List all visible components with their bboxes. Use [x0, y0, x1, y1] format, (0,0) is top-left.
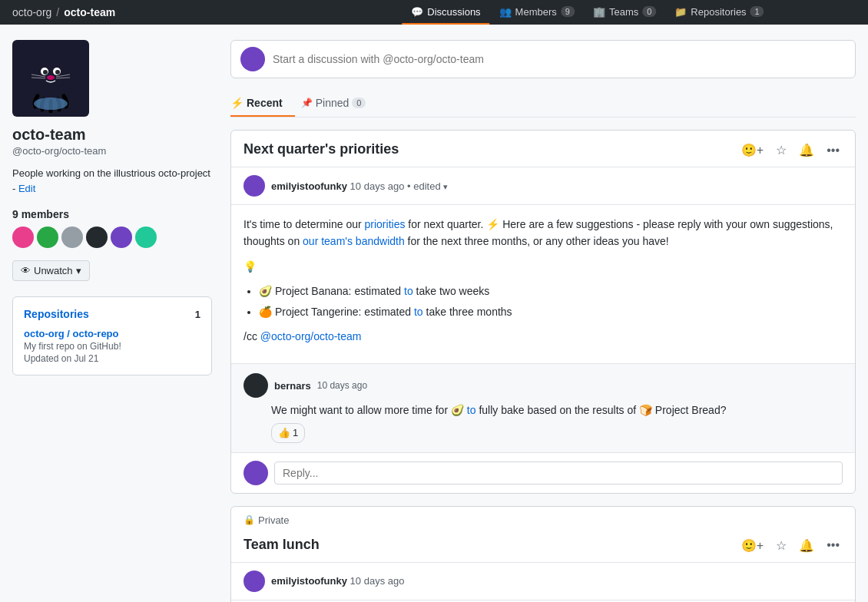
comment-1-meta: bernars 10 days ago — [244, 373, 843, 398]
member-avatar[interactable] — [86, 227, 108, 248]
reply-user-avatar — [244, 461, 268, 485]
nav-teams[interactable]: 🏢 Teams 0 — [584, 0, 665, 25]
comment-1-avatar — [244, 373, 268, 398]
svg-point-7 — [43, 70, 48, 74]
tab-recent[interactable]: ⚡ Recent — [230, 91, 295, 117]
svg-point-8 — [55, 70, 60, 74]
discussion-1-edited: edited — [413, 180, 440, 192]
discussion-1-body: It's time to determine our priorities fo… — [231, 205, 855, 364]
chevron-down-icon[interactable]: ▾ — [443, 182, 448, 191]
dropdown-arrow-icon: ▾ — [76, 265, 81, 276]
discussion-1-meta-info: emilyistoofunky 10 days ago • edited ▾ — [271, 180, 448, 192]
eye-icon: 👁 — [21, 265, 31, 276]
comment-1-time: 10 days ago — [317, 380, 367, 391]
sidebar: octo-team @octo-org/octo-team People wor… — [12, 40, 212, 602]
nav-repositories[interactable]: 📁 Repositories 1 — [665, 0, 773, 25]
discussion-1-time: 10 days ago • — [350, 180, 414, 192]
discussion-1-header: Next quarter's priorities 🙂+ ☆ 🔔 ••• — [231, 131, 855, 167]
current-user-avatar — [240, 47, 265, 71]
discussion-1-author: emilyistoofunky — [271, 180, 347, 192]
pin-icon: 📌 — [301, 98, 313, 108]
discussion-1-body-lightbulb: 💡 — [244, 258, 843, 275]
members-title: 9 members — [12, 208, 212, 220]
discussion-1-meta: emilyistoofunky 10 days ago • edited ▾ — [231, 167, 855, 205]
discussion-2-actions: 🙂+ ☆ 🔔 ••• — [738, 537, 843, 554]
discussions-icon: 💬 — [411, 6, 423, 18]
lock-icon: 🔒 — [244, 514, 255, 525]
member-avatar[interactable] — [12, 227, 34, 248]
discussion-1-bullet-2: 🍊 Project Tangerine: estimated to take t… — [259, 303, 843, 320]
discussion-1-reply-area — [231, 453, 855, 493]
team-username: @octo-org/octo-team — [12, 145, 212, 157]
main-content: ⚡ Recent 📌 Pinned 0 Next quarter's prior… — [230, 40, 856, 602]
repo-link[interactable]: octo-org / octo-repo — [24, 328, 200, 339]
discussion-2-meta-info: emilyistoofunky 10 days ago — [271, 575, 404, 587]
private-label: Private — [258, 514, 289, 526]
new-discussion-bar — [230, 40, 856, 78]
repositories-title[interactable]: Repositories — [24, 308, 89, 320]
repo-description: My first repo on GitHub! — [24, 341, 200, 352]
member-avatar[interactable] — [111, 227, 132, 248]
thumbs-up-reaction[interactable]: 👍 1 — [271, 423, 305, 443]
more-button[interactable]: ••• — [823, 142, 843, 159]
member-avatar[interactable] — [37, 227, 58, 248]
mention[interactable]: @octo-org/octo-team — [260, 330, 362, 342]
team-avatar — [12, 40, 89, 117]
org-link[interactable]: octo-org — [12, 6, 51, 18]
member-avatars-list — [12, 227, 212, 248]
team-name: octo-team — [12, 126, 212, 144]
thumbs-up-icon: 👍 — [278, 425, 290, 441]
emoji-reaction-button-2[interactable]: 🙂+ — [738, 537, 767, 554]
nav-members[interactable]: 👥 Members 9 — [490, 0, 584, 25]
discussion-1-comment-1: bernars 10 days ago We might want to all… — [231, 364, 855, 453]
discussion-2-meta: emilyistoofunky 10 days ago — [231, 563, 855, 600]
repositories-icon: 📁 — [674, 6, 687, 18]
discussion-card-1: Next quarter's priorities 🙂+ ☆ 🔔 ••• emi… — [230, 130, 856, 494]
discussion-1-bullet-1: 🥑 Project Banana: estimated to take two … — [259, 283, 843, 299]
team-name-breadcrumb: octo-team — [64, 6, 115, 18]
subscribe-button[interactable]: 🔔 — [796, 141, 817, 159]
emoji-reaction-button[interactable]: 🙂+ — [738, 141, 767, 159]
nav-discussions[interactable]: 💬 Discussions — [402, 0, 489, 25]
member-avatar[interactable] — [135, 227, 157, 248]
reply-input[interactable] — [274, 461, 843, 485]
discussion-1-title: Next quarter's priorities — [244, 141, 738, 157]
discussion-card-2: 🔒 Private Team lunch 🙂+ ☆ 🔔 ••• emilyist… — [230, 506, 856, 602]
svg-point-9 — [47, 75, 55, 80]
member-avatar[interactable] — [61, 227, 83, 248]
members-icon: 👥 — [499, 6, 512, 18]
discussion-1-actions: 🙂+ ☆ 🔔 ••• — [738, 141, 843, 159]
svg-point-2 — [35, 58, 44, 70]
edit-link[interactable]: Edit — [18, 183, 35, 194]
repos-section-header: Repositories 1 — [24, 308, 200, 320]
octocat-logo — [16, 44, 85, 113]
discussion-2-author: emilyistoofunky — [271, 575, 347, 587]
comment-1-body: We might want to allow more time for 🥑 t… — [244, 402, 843, 443]
bookmark-button[interactable]: ☆ — [773, 141, 790, 159]
new-discussion-input[interactable] — [273, 53, 846, 65]
breadcrumb-separator: / — [56, 6, 59, 18]
discussion-2-header: Team lunch 🙂+ ☆ 🔔 ••• — [231, 526, 855, 563]
comment-1-author: bernars — [274, 380, 311, 392]
breadcrumb: octo-org / octo-team — [12, 6, 115, 18]
private-badge: 🔒 Private — [231, 507, 855, 526]
subscribe-button-2[interactable]: 🔔 — [796, 537, 817, 554]
header: octo-org / octo-team 💬 Discussions 👥 Mem… — [0, 0, 868, 25]
recent-icon: ⚡ — [230, 97, 244, 109]
team-description: People working on the illustrious octo-p… — [12, 166, 212, 196]
repositories-section: Repositories 1 octo-org / octo-repo My f… — [12, 296, 212, 375]
discussion-1-author-avatar — [244, 175, 265, 197]
teams-icon: 🏢 — [593, 6, 605, 18]
tab-pinned[interactable]: 📌 Pinned 0 — [301, 91, 379, 117]
unwatch-button[interactable]: 👁 Unwatch ▾ — [12, 260, 90, 281]
svg-point-14 — [34, 98, 68, 110]
bookmark-button-2[interactable]: ☆ — [773, 537, 790, 554]
more-button-2[interactable]: ••• — [823, 537, 843, 554]
repositories-count: 1 — [195, 309, 200, 320]
discussion-2-title: Team lunch — [244, 537, 738, 553]
page-layout: octo-team @octo-org/octo-team People wor… — [0, 25, 868, 602]
svg-point-3 — [58, 58, 67, 70]
discussion-2-time: 10 days ago — [350, 575, 405, 587]
discussion-tabs: ⚡ Recent 📌 Pinned 0 — [230, 91, 856, 117]
repo-updated: Updated on Jul 21 — [24, 353, 200, 364]
